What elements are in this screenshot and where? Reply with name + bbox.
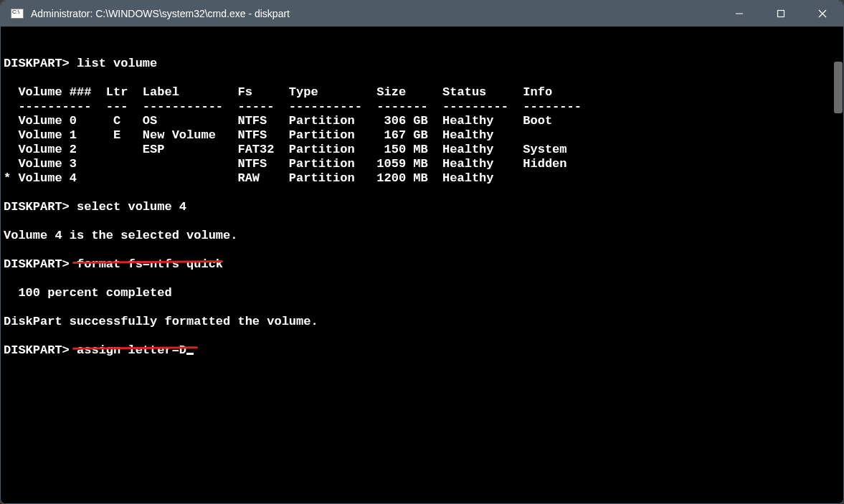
cmd-select-volume: select volume 4 xyxy=(77,200,186,214)
maximize-button[interactable] xyxy=(760,1,802,27)
table-row: Volume 2 ESP FAT32 Partition 150 MB Heal… xyxy=(4,143,567,156)
prompt: DISKPART> xyxy=(4,57,70,70)
response-selected: Volume 4 is the selected volume. xyxy=(4,229,237,242)
close-icon xyxy=(818,9,827,18)
terminal-area[interactable]: DISKPART> list volume Volume ### Ltr Lab… xyxy=(1,27,843,503)
window-title: Administrator: C:\WINDOWS\system32\cmd.e… xyxy=(31,8,290,19)
cmd-window: Administrator: C:\WINDOWS\system32\cmd.e… xyxy=(0,0,844,504)
scrollbar-thumb[interactable] xyxy=(834,62,843,113)
minimize-button[interactable] xyxy=(719,1,760,27)
response-formatted: DiskPart successfully formatted the volu… xyxy=(4,315,318,328)
svg-rect-1 xyxy=(778,11,784,17)
response-percent: 100 percent completed xyxy=(4,286,172,300)
cmd-icon xyxy=(11,9,24,19)
cmd-assign: assign letter=D xyxy=(77,343,186,357)
minimize-icon xyxy=(735,9,744,18)
prompt: DISKPART> xyxy=(4,200,70,214)
prompt: DISKPART> xyxy=(4,343,70,357)
terminal-output[interactable]: DISKPART> list volume Volume ### Ltr Lab… xyxy=(4,42,830,500)
scrollbar[interactable] xyxy=(833,27,843,503)
maximize-icon xyxy=(777,9,785,18)
table-row: Volume 3 NTFS Partition 1059 MB Healthy … xyxy=(4,157,567,171)
cmd-format: format fs=ntfs quick xyxy=(77,257,223,271)
titlebar[interactable]: Administrator: C:\WINDOWS\system32\cmd.e… xyxy=(1,1,843,27)
table-header: Volume ### Ltr Label Fs Type Size Status… xyxy=(4,85,552,99)
table-row: Volume 1 E New Volume NTFS Partition 167… xyxy=(4,128,494,142)
prompt: DISKPART> xyxy=(4,257,70,271)
close-button[interactable] xyxy=(802,1,843,27)
table-row: * Volume 4 RAW Partition 1200 MB Healthy xyxy=(4,171,494,185)
text-cursor xyxy=(186,353,194,355)
table-row: Volume 0 C OS NTFS Partition 306 GB Heal… xyxy=(4,114,552,128)
table-divider: ---------- --- ----------- ----- -------… xyxy=(4,100,582,113)
cmd-list-volume: list volume xyxy=(77,57,157,70)
